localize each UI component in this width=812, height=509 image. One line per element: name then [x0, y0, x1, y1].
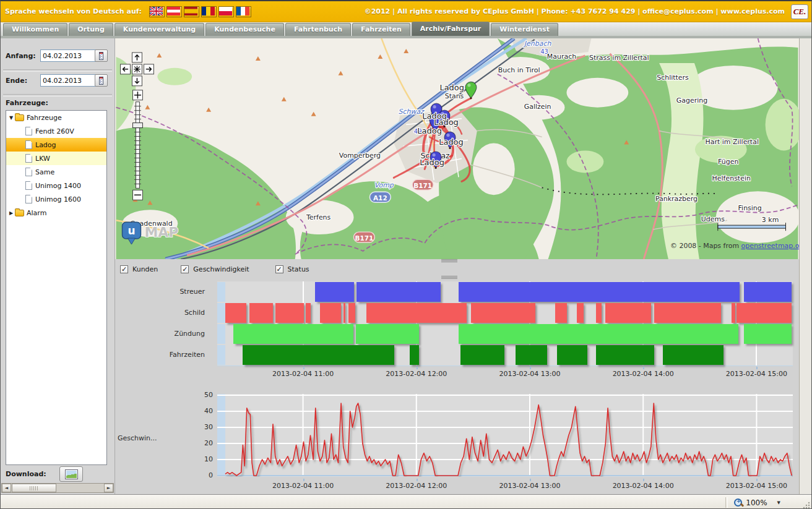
flag-france-icon[interactable]: [236, 6, 251, 17]
map-label-terfens: Terfens: [306, 213, 331, 221]
tab-ortung[interactable]: Ortung: [69, 23, 113, 36]
status-segment-z-ndung: [744, 324, 792, 344]
ce-logo: CE.: [791, 4, 808, 19]
tree-item-label: Fahrzeuge: [27, 114, 62, 122]
ende-date-input[interactable]: [40, 74, 96, 87]
tree-item-unimog-1400[interactable]: Unimog 1400: [6, 179, 106, 192]
map-marker-label: Ladog: [434, 118, 459, 127]
tree-item-ladog[interactable]: Ladog: [6, 138, 106, 152]
browser-zoom-control[interactable]: + 100% ▼: [725, 495, 780, 509]
ende-calendar-button[interactable]: [95, 74, 108, 87]
map-view[interactable]: A12B171B171 Jenbach43MaurachStrass im Zi…: [115, 38, 799, 259]
image-icon: [65, 469, 78, 479]
tab-kundenverwaltung[interactable]: Kundenverwaltung: [114, 23, 204, 36]
tab-winterdienst[interactable]: Winterdienst: [491, 23, 558, 36]
checkbox-kunden[interactable]: ✓Kunden: [120, 265, 158, 273]
map-pan-up-button[interactable]: [132, 53, 142, 62]
tab-kundenbesuche[interactable]: Kundenbesuche: [205, 23, 284, 36]
zoom-level: 100%: [746, 498, 767, 507]
flag-list: [149, 6, 251, 17]
checkbox-label: Geschwindigkeit: [193, 265, 249, 273]
status-segment-fahrzeiten: [460, 345, 505, 365]
anfang-calendar-button[interactable]: [95, 49, 108, 62]
axis-tick: [417, 367, 418, 369]
status-segment-schild: [366, 303, 466, 323]
checkbox-geschwindigkeit[interactable]: ✓Geschwindigkeit: [181, 265, 249, 273]
application-window: Sprache wechseln von Deutsch auf: ©2012 …: [0, 0, 812, 509]
flag-uk-icon[interactable]: [149, 6, 165, 17]
folder-icon: [15, 210, 24, 216]
map-canvas[interactable]: A12B171B171 Jenbach43MaurachStrass im Zi…: [115, 38, 799, 259]
calendar-icon: [99, 77, 103, 85]
tree-item-fendt-260v[interactable]: Fendt 260V: [6, 124, 106, 138]
tree-item-label: Fendt 260V: [35, 127, 74, 135]
speed-series-label: Geschwin...: [118, 434, 210, 442]
checkbox-box-icon[interactable]: ✓: [275, 265, 283, 273]
status-segment-fahrzeiten: [243, 345, 395, 365]
map-pan-down-button[interactable]: [132, 76, 142, 86]
umap-logo-u: u: [127, 225, 135, 237]
statusbar-separator: [725, 497, 728, 508]
scroll-left-button[interactable]: ◄: [2, 484, 11, 492]
map-label-buch-in-tirol: Buch in Tirol: [498, 66, 540, 74]
scroll-right-button[interactable]: ►: [104, 484, 113, 492]
zoom-dropdown-caret-icon[interactable]: ▼: [777, 500, 780, 505]
road-shield-b171: B171: [412, 179, 433, 190]
map-label-schwaz: Schwaz: [399, 108, 425, 116]
ende-label: Ende:: [6, 77, 27, 85]
status-segment-schild: [471, 303, 535, 323]
tree-item-label: Unimog 1600: [35, 195, 81, 203]
timeline-x-tick-label: 2013-02-04 11:00: [254, 370, 353, 378]
sidebar-horizontal-scrollbar[interactable]: ◄ ►: [1, 483, 114, 493]
map-pan-right-button[interactable]: [144, 64, 153, 74]
tab-fahrzeiten[interactable]: Fahrzeiten: [352, 23, 410, 36]
tree-item-same[interactable]: Same: [6, 165, 106, 179]
expand-icon[interactable]: ▶: [7, 210, 15, 216]
flag-romania-icon[interactable]: [201, 6, 217, 17]
map-marker-label: Ladog: [439, 83, 464, 92]
status-bar: + 100% ▼: [1, 494, 811, 509]
checkbox-status[interactable]: ✓Status: [275, 265, 309, 273]
file-icon: [25, 127, 32, 135]
tree-item-label: Alarm: [27, 209, 46, 217]
tab-fahrtenbuch[interactable]: Fahrtenbuch: [285, 23, 351, 36]
osm-link[interactable]: openstreetmap.org: [741, 242, 799, 250]
speed-x-tick-label: 2013-02-04 15:00: [707, 482, 806, 490]
anfang-date-input[interactable]: [40, 49, 96, 62]
status-segment-z-ndung: [356, 324, 419, 344]
tab-willkommen[interactable]: Willkommen: [3, 23, 67, 36]
axis-tick: [303, 479, 304, 481]
copyright-text: ©2012 | All rights reserved by CEplus Gm…: [365, 7, 785, 15]
header-bar: Sprache wechseln von Deutsch auf: ©2012 …: [1, 1, 811, 22]
timeline-row-label-streuer: Streuer: [115, 281, 205, 302]
checkbox-box-icon[interactable]: ✓: [181, 265, 189, 273]
right-scroll-gutter[interactable]: [799, 38, 812, 494]
flag-poland-icon[interactable]: [218, 6, 234, 17]
window-resize-grip[interactable]: [802, 501, 810, 509]
content-area: Anfang: Ende: Fahrzeuge: ▼FahrzeugeFendt…: [1, 38, 811, 494]
tab-archiv-fahrspur[interactable]: Archiv/Fahrspur: [412, 22, 490, 36]
download-image-button[interactable]: [59, 466, 83, 482]
map-zoom-slider-thumb[interactable]: [132, 123, 142, 128]
row-header-strip: [217, 282, 225, 302]
map-label-vomperberg: Vomperberg: [339, 152, 381, 160]
flag-austria-icon[interactable]: [166, 6, 182, 17]
tree-item-lkw[interactable]: LKW: [6, 152, 106, 165]
tree-item-label: Unimog 1400: [35, 182, 81, 190]
map-pan-left-button[interactable]: [121, 64, 131, 74]
status-segment-schild: [732, 303, 735, 323]
status-segment-fahrzeiten: [596, 345, 655, 365]
checkbox-box-icon[interactable]: ✓: [120, 265, 128, 273]
fahrzeuge-label: Fahrzeuge:: [6, 99, 48, 107]
map-zoom-in-button[interactable]: [132, 90, 142, 100]
tree-item-unimog-1600[interactable]: Unimog 1600: [6, 192, 106, 206]
tree-item-alarm[interactable]: ▶Alarm: [6, 206, 106, 220]
flag-spain-icon[interactable]: [184, 6, 199, 17]
tree-item-fahrzeuge[interactable]: ▼Fahrzeuge: [6, 111, 106, 124]
scrollbar-thumb[interactable]: [12, 484, 56, 492]
timeline-plot: [217, 281, 793, 366]
checkbox-label: Kunden: [132, 265, 158, 273]
collapse-icon[interactable]: ▼: [7, 115, 15, 121]
map-zoom-out-button[interactable]: [132, 190, 142, 200]
map-pan-center-button[interactable]: [132, 64, 142, 74]
